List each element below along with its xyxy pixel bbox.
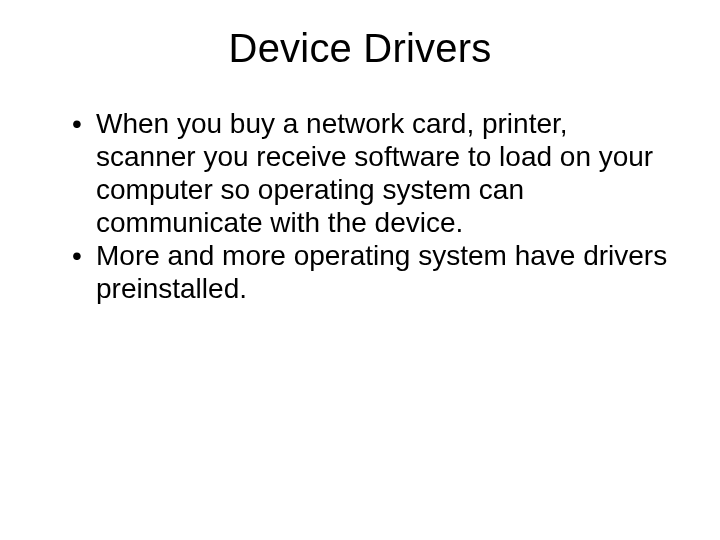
slide-title: Device Drivers <box>48 26 672 71</box>
bullet-list: When you buy a network card, printer, sc… <box>48 107 672 305</box>
bullet-item: More and more operating system have driv… <box>72 239 672 305</box>
bullet-item: When you buy a network card, printer, sc… <box>72 107 672 239</box>
slide: Device Drivers When you buy a network ca… <box>0 0 720 540</box>
